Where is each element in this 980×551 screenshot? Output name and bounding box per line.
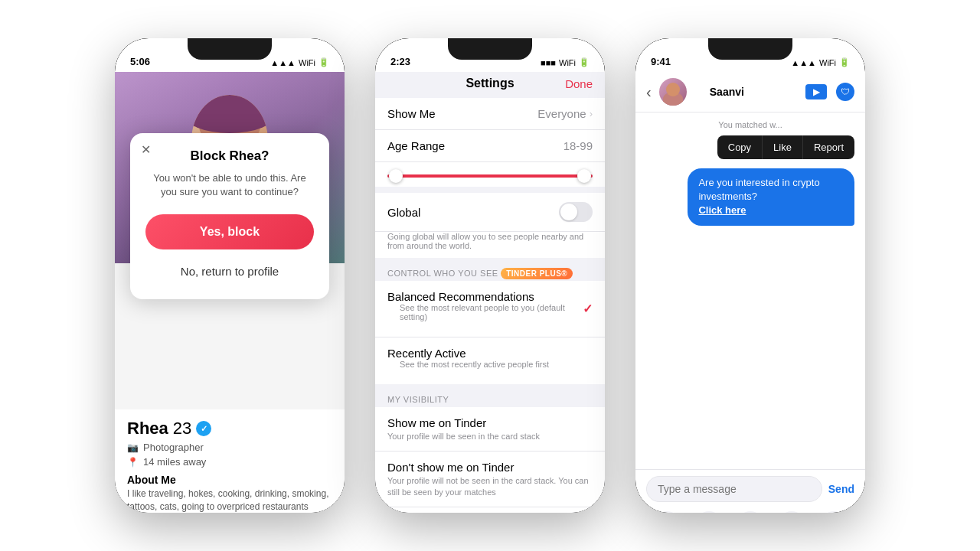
- profile-age: 23: [173, 419, 191, 439]
- notch-1: [188, 38, 272, 60]
- recently-active-label: Recently Active: [387, 347, 561, 360]
- recently-active-content: Recently Active See the most recently ac…: [387, 347, 561, 375]
- dialog-description: You won't be able to undo this. Are you …: [145, 171, 314, 199]
- profile-profession: 📷 Photographer: [127, 442, 332, 453]
- message-bubble: Are you interested in crypto investments…: [688, 168, 854, 226]
- chat-toolbar: 📷 GIF 🎭 🎵 🔵: [646, 508, 854, 513]
- shield-safety-icon[interactable]: 🛡: [836, 83, 854, 101]
- phone2-content: Settings Done Show Me Everyone › Age Ran…: [375, 72, 605, 513]
- chat-avatar: [659, 78, 687, 106]
- age-range-label-row: Age Range 18-99: [375, 130, 605, 162]
- tinder-plus-badge-control: Tinder Plus®: [501, 268, 573, 279]
- profile-info: Rhea 23 ✓ 📷 Photographer 📍 14 miles away…: [115, 409, 345, 513]
- age-range-value: 18-99: [564, 139, 593, 152]
- block-dialog: ✕ Block Rhea? You won't be able to undo …: [130, 133, 329, 299]
- profession-text: Photographer: [143, 442, 204, 453]
- send-button[interactable]: Send: [828, 483, 854, 495]
- chat-header: ‹ Saanvi ▶ 🛡: [635, 72, 865, 112]
- wifi-icon-3: WiFi: [819, 58, 836, 67]
- balanced-rec-row[interactable]: Balanced Recommendations See the most re…: [375, 281, 605, 337]
- slider-track: [387, 174, 593, 178]
- status-icons-1: ▲▲▲ WiFi 🔋: [270, 57, 329, 67]
- age-range-label: Age Range: [387, 139, 445, 152]
- profession-icon: 📷: [127, 442, 139, 453]
- show-me-chevron: ›: [590, 108, 593, 119]
- recommendations-section: Balanced Recommendations See the most re…: [375, 281, 605, 384]
- global-desc: Going global will allow you to see peopl…: [375, 232, 605, 258]
- balanced-check-icon: ✓: [583, 302, 593, 316]
- dialog-close-icon[interactable]: ✕: [141, 142, 151, 157]
- about-text: I like traveling, hokes, cooking, drinki…: [127, 487, 332, 513]
- phone1-content: ✕ Block Rhea? You won't be able to undo …: [115, 72, 345, 513]
- about-section: About Me I like traveling, hokes, cookin…: [127, 474, 332, 513]
- age-range-slider[interactable]: [375, 162, 605, 187]
- wifi-icon: WiFi: [299, 58, 315, 67]
- incognito-row[interactable]: Go Incognito Tinder Plus® You will only …: [375, 507, 605, 513]
- dialog-title: Block Rhea?: [145, 148, 314, 164]
- slider-thumb-left[interactable]: [389, 169, 403, 183]
- global-label: Global: [387, 206, 420, 219]
- context-copy[interactable]: Copy: [717, 135, 763, 159]
- visibility-section-label: MY VISIBILITY: [375, 390, 605, 407]
- gif-icon[interactable]: GIF: [696, 511, 722, 513]
- profile-name-row: Rhea 23 ✓: [127, 419, 332, 439]
- camera-icon[interactable]: 📷: [654, 511, 680, 513]
- back-arrow-icon[interactable]: ‹: [646, 83, 652, 101]
- video-call-icon[interactable]: ▶: [805, 84, 827, 99]
- show-on-tinder-row[interactable]: Show me on Tinder Your profile will be s…: [375, 407, 605, 452]
- recently-active-row[interactable]: Recently Active See the most recently ac…: [375, 337, 605, 384]
- context-like[interactable]: Like: [763, 135, 803, 159]
- slider-fill: [387, 174, 593, 178]
- dont-show-row[interactable]: Don't show me on Tinder Your profile wil…: [375, 452, 605, 507]
- global-row[interactable]: Global: [375, 193, 605, 232]
- show-me-value: Everyone ›: [537, 107, 593, 120]
- toggle-knob: [560, 204, 577, 220]
- battery-icon: 🔋: [318, 57, 329, 67]
- phone3-content: ‹ Saanvi ▶ 🛡 You matched w... Copy Like …: [635, 72, 865, 513]
- message-link[interactable]: Click here: [698, 204, 746, 216]
- recently-active-desc: See the most recently active people firs…: [387, 360, 561, 375]
- time-3: 9:41: [651, 56, 671, 67]
- balanced-rec-label: Balanced Recommendations: [387, 290, 583, 303]
- phone-1: 5:06 ▲▲▲ WiFi 🔋 ✕ Block Rhea? You won': [115, 38, 345, 513]
- show-on-tinder-title: Show me on Tinder: [387, 416, 593, 429]
- signal-icon: ▲▲▲: [270, 58, 296, 67]
- show-on-tinder-desc: Your profile will be seen in the card st…: [387, 431, 593, 442]
- spotify-icon[interactable]: 🎵: [779, 511, 805, 513]
- message-text: Are you interested in crypto investments…: [698, 177, 819, 202]
- phone-2: 2:23 ■■■ WiFi 🔋 Settings Done Show Me: [375, 38, 605, 513]
- show-me-value-text: Everyone: [537, 107, 586, 120]
- signal-icon-3: ▲▲▲: [791, 58, 816, 67]
- status-icons-3: ▲▲▲ WiFi 🔋: [791, 57, 850, 67]
- status-icons-2: ■■■ WiFi 🔋: [541, 57, 590, 67]
- time-1: 5:06: [130, 56, 150, 67]
- phones-container: 5:06 ▲▲▲ WiFi 🔋 ✕ Block Rhea? You won': [100, 23, 880, 528]
- show-me-label: Show Me: [387, 107, 436, 120]
- chat-actions: ▶ 🛡: [805, 83, 854, 101]
- dont-show-title: Don't show me on Tinder: [387, 461, 593, 474]
- global-section: Global Going global will allow you to se…: [375, 193, 605, 258]
- battery-icon-2: ■■■: [541, 58, 556, 67]
- global-toggle[interactable]: [559, 202, 593, 222]
- time-2: 2:23: [390, 56, 410, 67]
- more-icon[interactable]: 🔵: [821, 511, 847, 513]
- visibility-section: Show me on Tinder Your profile will be s…: [375, 407, 605, 513]
- match-text: You matched w...: [646, 120, 854, 129]
- chat-contact-name: Saanvi: [694, 86, 760, 98]
- slider-thumb-right[interactable]: [577, 169, 591, 183]
- chat-message-input[interactable]: [646, 476, 822, 502]
- no-return-button[interactable]: No, return to profile: [145, 259, 314, 284]
- context-report[interactable]: Report: [803, 135, 854, 159]
- dont-show-desc: Your profile will not be seen in the car…: [387, 475, 593, 497]
- wifi-icon-2: WiFi: [559, 58, 576, 67]
- balanced-rec-desc: See the most relevant people to you (def…: [387, 303, 583, 328]
- sticker-icon[interactable]: 🎭: [737, 511, 763, 513]
- show-me-row[interactable]: Show Me Everyone ›: [375, 98, 605, 130]
- phone-3: 9:41 ▲▲▲ WiFi 🔋 ‹ Saanvi ▶ 🛡: [635, 38, 865, 513]
- settings-done-button[interactable]: Done: [565, 77, 593, 90]
- about-title: About Me: [127, 474, 332, 486]
- balanced-rec-content: Balanced Recommendations See the most re…: [387, 290, 583, 328]
- yes-block-button[interactable]: Yes, block: [145, 214, 314, 249]
- profile-distance: 📍 14 miles away: [127, 456, 332, 468]
- verified-icon: ✓: [196, 421, 211, 436]
